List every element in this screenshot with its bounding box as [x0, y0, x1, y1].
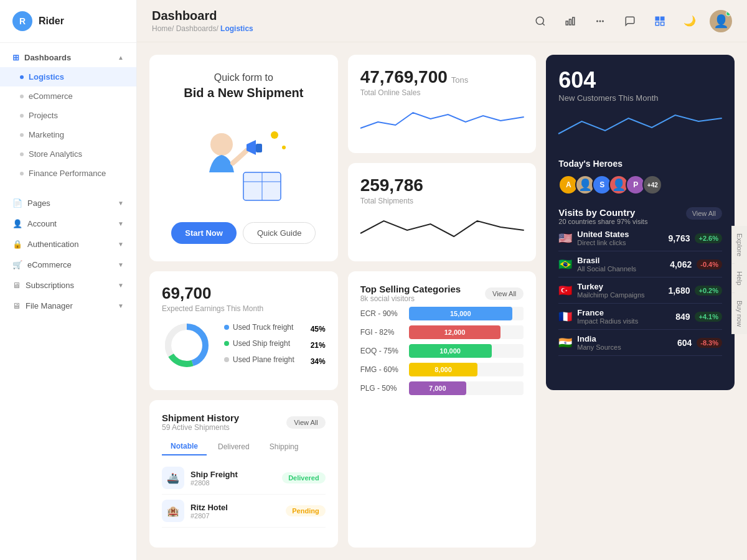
ecom-label: eCommerce: [27, 260, 72, 269]
bar-label: FMG - 60%: [360, 365, 404, 374]
hotel-id: #2807: [190, 512, 280, 520]
plane-pct: 34%: [311, 357, 326, 366]
dashboards-section: ⊞ Dashboards ▲ Logistics eCommerce Proje…: [0, 43, 136, 188]
svg-line-1: [542, 23, 544, 25]
content-grid: Quick form to Bid a New Shipment: [137, 42, 747, 560]
tab-notable[interactable]: Notable: [162, 438, 207, 455]
dark-mode-button[interactable]: 🌙: [680, 11, 700, 31]
dashboards-chevron: ▲: [118, 54, 124, 61]
crumb-dashboards: Dashboards/: [176, 24, 220, 33]
country-change: +4.1%: [695, 312, 722, 322]
online-indicator: [726, 11, 731, 16]
user-avatar[interactable]: 👤: [710, 10, 732, 32]
sidebar-ecommerce-top[interactable]: 🛒 eCommerce ▼: [0, 254, 136, 275]
country-change: +0.2%: [695, 286, 722, 296]
page-title: Dashboard: [152, 9, 253, 23]
ship-name: Ship Freight: [190, 470, 276, 479]
sidebar-item-projects[interactable]: Projects: [0, 106, 136, 125]
svg-rect-16: [256, 144, 262, 152]
shipment-history-card: Shipment History 59 Active Shipments Vie…: [149, 400, 338, 548]
country-value: 1,680: [668, 286, 690, 296]
auth-label: Authentication: [27, 240, 78, 249]
dashboards-group[interactable]: ⊞ Dashboards ▲: [0, 48, 136, 67]
online-sales-card: 47,769,700 Tons Total Online Sales: [348, 55, 537, 153]
flag-icon: 🇫🇷: [558, 310, 572, 324]
top-selling-categories-card: Top Selling Categories 8k social visitor…: [348, 271, 537, 548]
flag-icon: 🇺🇸: [558, 231, 572, 245]
hero-buttons: Start Now Quick Guide: [171, 222, 316, 244]
country-name: India: [577, 334, 672, 343]
side-tabs: Explore Help Buy now: [731, 226, 747, 334]
svg-rect-10: [655, 22, 659, 25]
sidebar-item-finance[interactable]: Finance Performance: [0, 164, 136, 183]
grid-button[interactable]: [590, 11, 610, 31]
truck-dot: [224, 325, 229, 330]
bar-outer: 15,000: [409, 307, 524, 320]
visits-view-all[interactable]: View All: [686, 207, 722, 220]
store-analytics-label: Store Analytics: [29, 149, 82, 159]
help-tab[interactable]: Help: [731, 264, 747, 293]
country-row: 🇹🇷 Turkey Mailchimp Campaigns 1,680 +0.2…: [558, 278, 722, 304]
messages-button[interactable]: [620, 11, 640, 31]
shipment-view-all[interactable]: View All: [286, 416, 325, 429]
sidebar-item-logistics[interactable]: Logistics: [0, 67, 136, 86]
svg-point-5: [599, 21, 601, 22]
start-now-button[interactable]: Start Now: [171, 222, 237, 244]
dashboards-icon: ⊞: [12, 53, 19, 62]
chart-button[interactable]: [560, 11, 580, 31]
svg-point-6: [597, 21, 598, 22]
sidebar-file-manager[interactable]: 🖥 File Manager ▼: [0, 296, 136, 316]
marketing-label: Marketing: [29, 130, 64, 139]
plane-dot: [224, 357, 229, 362]
sidebar-pages[interactable]: 📄 Pages ▼: [0, 193, 136, 213]
finance-label: Finance Performance: [29, 169, 106, 178]
sidebar-item-ecommerce[interactable]: eCommerce: [0, 86, 136, 106]
ship-pct: 21%: [311, 341, 326, 350]
dashboards-label: Dashboards: [24, 53, 71, 62]
logo[interactable]: R Rider: [0, 0, 136, 43]
crumb-home: Home/: [152, 24, 176, 33]
earnings-card: 69,700 Expected Earnings This Month: [149, 271, 338, 390]
top-selling-view-all[interactable]: View All: [485, 287, 524, 300]
country-row: 🇮🇳 India Many Sources 604 -8.3%: [558, 330, 722, 356]
ship-label: Used Ship freight: [233, 339, 290, 348]
dot: [20, 114, 24, 118]
breadcrumb: Home/ Dashboards/ Logistics: [152, 24, 253, 33]
sidebar-account[interactable]: 👤 Account ▼: [0, 213, 136, 234]
sidebar-authentication[interactable]: 🔒 Authentication ▼: [0, 234, 136, 254]
app-name: Rider: [39, 16, 64, 27]
explore-tab[interactable]: Explore: [731, 226, 747, 264]
bar-label: FGI - 82%: [360, 328, 404, 337]
grid-apps-button[interactable]: [650, 11, 670, 31]
pages-label: Pages: [27, 198, 50, 208]
country-value: 604: [677, 338, 692, 348]
quick-guide-button[interactable]: Quick Guide: [243, 222, 316, 244]
bar-row: ECR - 90% 15,000: [360, 307, 524, 320]
total-shipments-card: 259,786 Total Shipments: [348, 163, 537, 261]
bar-inner: 8,000: [409, 363, 478, 376]
tab-shipping[interactable]: Shipping: [261, 438, 308, 455]
bar-inner: 10,000: [409, 344, 492, 358]
bar-row: PLG - 50% 7,000: [360, 381, 524, 395]
shipments-label: Total Shipments: [360, 197, 524, 205]
dot: [20, 133, 24, 137]
search-button[interactable]: [530, 11, 550, 31]
country-info: Brasil All Social Channels: [577, 256, 665, 273]
svg-rect-2: [566, 21, 568, 25]
customers-chart: [558, 109, 722, 146]
bar-outer: 8,000: [409, 363, 524, 376]
bar-outer: 10,000: [409, 344, 524, 358]
country-change: -8.3%: [697, 338, 722, 348]
hotel-name: Ritz Hotel: [190, 503, 280, 512]
tab-delivered[interactable]: Delivered: [209, 438, 258, 455]
earnings-label: Expected Earnings This Month: [162, 304, 326, 313]
sub-icon: 🖥: [12, 281, 21, 290]
pages-chevron: ▼: [118, 200, 124, 207]
auth-icon: 🔒: [12, 240, 22, 249]
sidebar-subscriptions[interactable]: 🖥 Subscriptions ▼: [0, 275, 136, 296]
sidebar-item-marketing[interactable]: Marketing: [0, 125, 136, 144]
avatar-more: +42: [642, 175, 662, 195]
buy-now-tab[interactable]: Buy now: [731, 293, 747, 334]
country-sub: Impact Radius visits: [577, 317, 670, 325]
sidebar-item-store-analytics[interactable]: Store Analytics: [0, 144, 136, 164]
